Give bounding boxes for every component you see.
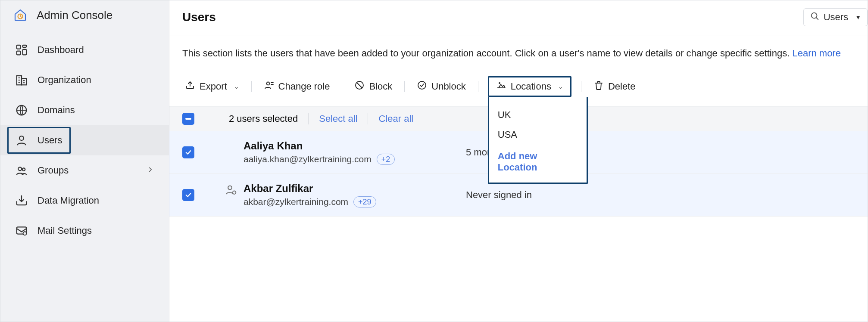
svg-point-17 [499,82,500,84]
selection-count: 2 users selected [229,113,298,124]
svg-point-19 [233,191,236,195]
change-role-label: Change role [278,81,330,92]
app-title: Admin Console [37,9,112,22]
main-header: Users Users ▼ [169,0,868,35]
block-label: Block [369,81,392,92]
svg-rect-1 [17,45,21,49]
sidebar-item-label: Mail Settings [37,225,154,236]
svg-point-13 [811,13,817,19]
page-title: Users [182,10,216,24]
select-all-checkbox[interactable] [182,113,194,125]
user-info: Akbar Zulfikar akbar@zylkertraining.com … [244,183,376,207]
sidebar-item-domains[interactable]: Domains [0,95,169,125]
export-label: Export [200,81,227,92]
delete-label: Delete [608,81,636,92]
locations-label: Locations [511,81,551,92]
caret-down-icon: ▼ [855,14,861,21]
toolbar-separator [251,81,252,92]
sidebar-item-label: Groups [37,165,147,176]
dashboard-icon [15,43,28,56]
svg-point-16 [418,81,426,89]
alias-count-badge[interactable]: +2 [377,154,395,165]
user-cell: Aaliya Khan aaliya.khan@zylkertraining.c… [225,140,466,165]
user-cell: Akbar Zulfikar akbar@zylkertraining.com … [225,183,466,207]
sidebar-item-label: Users [37,135,154,146]
toolbar-separator [404,81,405,92]
description-text: This section lists the users that have b… [182,48,792,59]
user-name[interactable]: Aaliya Khan [244,140,395,152]
locations-icon [496,80,506,93]
sidebar-item-data-migration[interactable]: Data Migration [0,186,169,216]
sidebar-item-groups[interactable]: Groups [0,155,169,186]
svg-rect-4 [17,51,21,55]
change-role-button[interactable]: Change role [261,78,333,95]
user-email: akbar@zylkertraining.com [244,197,348,207]
sidebar-item-organization-wrap: Organization [0,65,169,95]
row-checkbox[interactable] [182,189,194,201]
user-info: Aaliya Khan aaliya.khan@zylkertraining.c… [244,140,395,165]
svg-point-12 [23,232,27,235]
main-content: Users Users ▼ This section lists the use… [169,0,868,322]
sidebar-item-label: Organization [37,74,154,86]
add-new-location-button[interactable]: Add new Location [497,145,579,174]
sidebar-item-dashboard-wrap: Dashboard [0,35,169,65]
locations-button[interactable]: Locations ⌄ [496,80,563,93]
clear-all-link[interactable]: Clear all [378,113,413,124]
delete-button[interactable]: Delete [591,78,638,95]
svg-point-14 [266,82,269,85]
learn-more-link[interactable]: Learn more [792,48,841,59]
row-checkbox[interactable] [182,146,194,158]
svg-point-10 [22,168,25,171]
trash-icon [593,80,604,93]
unblock-label: Unblock [431,81,465,92]
sidebar-item-label: Dashboard [37,44,154,56]
svg-point-18 [228,186,232,190]
user-email: aaliya.khan@zylkertraining.com [244,154,372,164]
export-icon [185,80,195,93]
sidebar: Admin Console Dashboard Organization [0,0,169,322]
locations-menu: UK USA Add new Location [488,97,588,184]
sidebar-item-data-migration-wrap: Data Migration [0,186,169,216]
user-name[interactable]: Akbar Zulfikar [244,183,376,195]
chevron-down-icon: ⌄ [234,83,239,90]
chevron-down-icon: ⌄ [558,83,563,90]
svg-point-9 [18,167,22,170]
globe-icon [15,104,28,117]
sidebar-item-mail-settings[interactable]: Mail Settings [0,216,169,246]
last-signin: Never signed in [466,189,532,201]
sidebar-item-users[interactable]: Users [0,125,169,155]
unblock-button[interactable]: Unblock [414,78,468,95]
section-description: This section lists the users that have b… [169,35,868,64]
location-option-uk[interactable]: UK [497,105,579,125]
svg-rect-6 [22,78,26,85]
change-role-icon [264,80,274,93]
sidebar-item-organization[interactable]: Organization [0,65,169,95]
block-icon [354,80,365,93]
user-icon [15,134,28,147]
selection-separator [308,113,309,124]
toolbar-separator [342,81,342,92]
download-icon [15,194,28,207]
sidebar-header: Admin Console [0,0,169,31]
search-icon [810,11,819,23]
sidebar-item-label: Data Migration [37,195,154,206]
search-scope-dropdown[interactable]: Users ▼ [803,8,868,26]
location-option-usa[interactable]: USA [497,125,579,145]
alias-count-badge[interactable]: +29 [353,196,376,207]
sidebar-item-label: Domains [37,105,154,116]
sidebar-item-mail-settings-wrap: Mail Settings [0,216,169,246]
selection-separator [368,113,368,124]
user-email-row: aaliya.khan@zylkertraining.com +2 [244,154,395,165]
sidebar-item-groups-wrap: Groups [0,155,169,186]
organization-icon [15,74,28,87]
sidebar-nav: Dashboard Organization Domains [0,31,169,246]
chevron-right-icon [147,166,154,176]
locations-dropdown[interactable]: Locations ⌄ UK USA Add new Location [488,76,571,97]
select-all-link[interactable]: Select all [319,113,357,124]
mail-settings-icon [15,224,28,237]
svg-rect-2 [23,45,27,47]
user-role-icon [225,183,237,196]
sidebar-item-dashboard[interactable]: Dashboard [0,35,169,65]
export-button[interactable]: Export ⌄ [182,78,242,95]
block-button[interactable]: Block [352,78,395,95]
